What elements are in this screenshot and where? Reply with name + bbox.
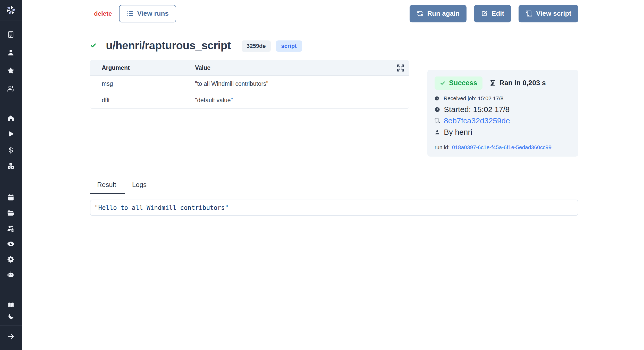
page-title: u/henri/rapturous_script [106,39,231,52]
delete-button[interactable]: delete [94,10,112,17]
users-gear-icon[interactable] [7,225,15,232]
moon-icon[interactable] [7,313,14,320]
duration: Ran in 0,203 s [489,79,546,87]
edit-button[interactable]: Edit [474,5,511,22]
started-label: Started: 15:02 17/8 [444,105,510,114]
page-header: u/henri/rapturous_script 3259de script [90,37,578,54]
view-runs-label: View runs [137,10,168,18]
dice-icon[interactable] [7,162,15,170]
home-icon[interactable] [7,114,15,122]
arrow-right-icon[interactable] [7,332,15,340]
table-row: msg "to all Windmill contributors" [90,76,409,92]
action-buttons: Run again Edit [410,5,578,22]
sidebar-divider [0,326,22,326]
calendar-icon[interactable] [7,194,15,201]
run-id-label: run id: [435,144,450,150]
duration-label: Ran in 0,203 s [499,79,546,87]
value-column-header: Value [195,64,409,71]
expand-icon[interactable] [396,64,405,72]
received-label: Received job: 15:02 17/8 [444,95,503,101]
sidebar [0,0,22,350]
author-label: By henri [444,128,472,136]
author-row: By henri [435,128,571,136]
table-header: Argument Value [90,60,409,76]
argument-cell: msg [90,80,195,87]
scroll-icon [435,118,440,124]
robot-icon[interactable] [7,271,15,279]
building-icon[interactable] [7,31,15,38]
play-icon[interactable] [7,130,15,138]
list-icon [126,10,133,17]
result-output: "Hello to all Windmill contributors" [90,200,578,216]
edit-icon [481,10,488,17]
run-id-row: run id: 018a0397-6c1e-f45a-6f1e-5edad360… [435,144,571,150]
tab-logs[interactable]: Logs [125,181,154,194]
main-content: delete View runs [22,0,644,350]
view-script-label: View script [536,10,571,18]
view-runs-button[interactable]: View runs [119,5,176,22]
eye-icon[interactable] [7,240,15,248]
star-icon[interactable] [7,67,15,74]
run-info-panel: Success Ran in 0,203 s [427,70,578,157]
book-open-icon[interactable] [7,301,14,308]
check-icon [440,80,446,86]
hash-badge[interactable]: 3259de [242,40,271,52]
status-label: Success [449,79,477,87]
edit-label: Edit [492,10,504,18]
body-row: Argument Value msg "to all Windmill cont… [90,60,578,157]
clock-icon [435,96,439,101]
result-tabs: Result Logs [90,181,578,194]
result-text: "Hello to all Windmill contributors" [95,204,228,211]
started-row: Started: 15:02 17/8 [435,105,571,114]
users-icon[interactable] [7,85,15,92]
dollar-icon[interactable] [7,146,15,154]
success-check-icon [90,42,97,49]
gear-icon[interactable] [7,255,15,263]
value-cell: "to all Windmill contributors" [195,80,409,87]
kind-badge: script [276,40,302,52]
user-icon[interactable] [7,49,15,56]
clock-icon [435,107,440,112]
refresh-icon [417,10,423,17]
run-again-button[interactable]: Run again [410,5,467,22]
run-id-link[interactable]: 018a0397-6c1e-f45a-6f1e-5edad360cc99 [452,144,551,150]
job-hash-row: 8eb7fca32d3259de [435,116,571,125]
windmill-logo[interactable] [0,0,22,21]
status-badge: Success [435,76,482,90]
run-again-label: Run again [427,10,460,18]
job-hash-link[interactable]: 8eb7fca32d3259de [444,116,510,125]
received-row: Received job: 15:02 17/8 [435,95,571,101]
argument-cell: dflt [90,97,195,104]
tab-result[interactable]: Result [90,181,125,194]
argument-column-header: Argument [90,64,195,71]
table-row: dflt "default value" [90,92,409,109]
arguments-table: Argument Value msg "to all Windmill cont… [90,60,409,109]
scroll-icon [526,10,532,17]
value-cell: "default value" [195,97,409,104]
person-icon [435,130,440,135]
folder-open-icon[interactable] [7,209,15,217]
toolbar: delete View runs [90,5,578,22]
hourglass-icon [489,80,496,87]
view-script-button[interactable]: View script [519,5,578,22]
sidebar-divider [0,103,22,103]
app-window: delete View runs [0,0,644,350]
